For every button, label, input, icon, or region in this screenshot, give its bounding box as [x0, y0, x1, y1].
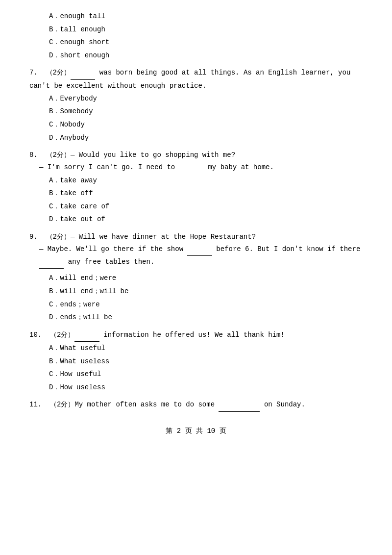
q9-blank1 [187, 243, 212, 256]
q6-option-d: D．short enough [20, 49, 372, 62]
q6-option-c: C．enough short [20, 36, 372, 49]
q10-block: 10. （2分） information he offered us! We a… [20, 329, 372, 394]
q7-option-b: B．Somebody [20, 105, 372, 118]
q9-option-c: C．ends；were [20, 298, 372, 311]
page-footer: 第 2 页 共 10 页 [20, 427, 372, 435]
q8-line1: 8. （2分）— Would you like to go shopping w… [20, 149, 372, 161]
q9-line2: — Maybe. We'll go there if the show befo… [20, 243, 372, 269]
q11-block: 11. （2分）My mother often asks me to do so… [20, 399, 372, 411]
q11-text: 11. （2分）My mother often asks me to do so… [20, 399, 372, 411]
q10-option-a: A．What useful [20, 342, 372, 355]
q6-option-b: B．tall enough [20, 23, 372, 36]
q9-option-d: D．ends；will be [20, 311, 372, 324]
q7-text: 7. （2分） was born being good at all thing… [20, 67, 372, 92]
q7-blank [71, 67, 95, 79]
q6-options-block: A．enough tall B．tall enough C．enough sho… [20, 10, 372, 62]
q9-line1: 9. （2分）— Will we have dinner at the Hope… [20, 231, 372, 243]
q8-block: 8. （2分）— Would you like to go shopping w… [20, 149, 372, 226]
q8-option-b: B．take off [20, 187, 372, 200]
q10-option-b: B．What useless [20, 355, 372, 368]
q8-line2: — I'm sorry I can't go. I need to my bab… [20, 161, 372, 174]
q9-block: 9. （2分）— Will we have dinner at the Hope… [20, 231, 372, 324]
q9-option-a: A．will end；were [20, 272, 372, 285]
page-number: 第 2 页 共 10 页 [166, 427, 226, 435]
q10-option-c: C．How useful [20, 368, 372, 381]
q7-block: 7. （2分） was born being good at all thing… [20, 67, 372, 144]
q7-option-a: A．Everybody [20, 92, 372, 105]
q10-blank [74, 329, 99, 342]
q11-blank [219, 399, 260, 411]
q9-option-b: B．will end；will be [20, 285, 372, 298]
q8-option-d: D．take out of [20, 213, 372, 226]
q10-text: 10. （2分） information he offered us! We a… [20, 329, 372, 342]
q7-option-d: D．Anybody [20, 131, 372, 145]
q7-option-c: C．Nobody [20, 118, 372, 131]
q6-option-a: A．enough tall [20, 10, 372, 23]
q8-option-a: A．take away [20, 174, 372, 187]
q10-option-d: D．How useless [20, 381, 372, 394]
q9-blank2 [39, 256, 64, 269]
q8-option-c: C．take care of [20, 200, 372, 213]
